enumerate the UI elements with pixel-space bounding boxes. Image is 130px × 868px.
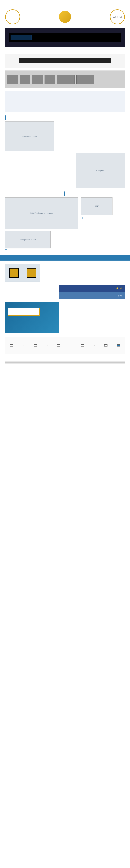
th-m3 (80, 363, 95, 364)
divider (5, 358, 125, 358)
application-diagram: → → → → (5, 337, 125, 354)
output-ports-photo (5, 264, 40, 282)
monitor-text (66, 231, 125, 252)
equipment-photo-1: equipment photo (5, 121, 54, 151)
node-la (57, 344, 60, 346)
th-m1 (50, 363, 65, 364)
node-ba (34, 344, 37, 346)
table-head (5, 361, 125, 364)
front-panel-diagram (5, 54, 125, 68)
port-output (7, 75, 18, 84)
th-blank (20, 363, 35, 364)
snmp-screenshot: SNMP software screenshot (5, 197, 78, 229)
core-text-1 (57, 121, 125, 151)
dc-bar: ⊖ ⊕ (59, 292, 125, 299)
device-front-photo (9, 33, 121, 42)
rj45-photo: RJ45 (81, 197, 112, 215)
port-rj45 (44, 75, 55, 84)
oem-banner (0, 255, 130, 260)
net-row-2: transponder board (5, 231, 125, 252)
pcb-photo: PCB photo (76, 153, 125, 188)
certified-seal-icon: CERTIFIED (110, 9, 125, 24)
th-m4 (95, 363, 110, 364)
page-header (0, 0, 130, 8)
port-psu2 (76, 75, 94, 84)
th-items (5, 361, 20, 363)
rack-diagram (5, 91, 125, 112)
diagram-logo (117, 344, 120, 346)
logo-card (5, 302, 59, 333)
transponder-photo: transponder board (5, 231, 51, 248)
port-psu1 (57, 75, 75, 84)
bar-icon (64, 191, 65, 196)
fullwell-logo (8, 308, 40, 316)
oem-logo-row (5, 302, 125, 333)
th-m2 (65, 363, 80, 364)
snmp-label (5, 249, 7, 251)
huawei-badge-icon (5, 9, 20, 24)
back-panel-diagram (5, 70, 125, 88)
oem-ports-row (5, 264, 125, 282)
net-row-1: SNMP software screenshot RJ45 (5, 197, 125, 229)
core-row-1: equipment photo (5, 121, 125, 151)
core-row-2: PCB photo (5, 153, 125, 188)
th-unit (20, 361, 35, 363)
bar-icon (5, 116, 6, 120)
badges-row: CERTIFIED (0, 8, 130, 26)
node-rx (104, 344, 107, 346)
port-fan1 (20, 75, 30, 84)
output-port-2-icon (27, 268, 36, 278)
th-perf (35, 361, 125, 363)
front-bezel (19, 58, 111, 63)
device-lcd (10, 35, 32, 40)
divider (5, 51, 125, 51)
th-m0 (35, 363, 50, 364)
node-pa (81, 344, 84, 346)
product-hero (5, 28, 125, 47)
oem-ports-text (43, 271, 125, 275)
section-network-transponder (5, 191, 125, 196)
oem-power-row: ⚡ ⚡ ⊖ ⊕ (5, 284, 125, 299)
net-right-1: RJ45 (81, 197, 125, 229)
power-bars: ⚡ ⚡ ⊖ ⊕ (59, 284, 125, 299)
node-olt-1 (10, 344, 13, 346)
port-fan2 (32, 75, 43, 84)
th-m5 (110, 363, 125, 364)
th-model-label (5, 363, 20, 364)
ac-bar: ⚡ ⚡ (59, 285, 125, 292)
rj45-label (81, 217, 83, 219)
warranty-badge (59, 11, 71, 23)
parameters-table (5, 361, 125, 364)
output-port-1-icon (9, 268, 19, 278)
net-left-2: transponder board (5, 231, 64, 252)
core-text-2 (5, 153, 73, 188)
section-core-advantage (5, 116, 125, 120)
warranty-years (59, 11, 71, 23)
